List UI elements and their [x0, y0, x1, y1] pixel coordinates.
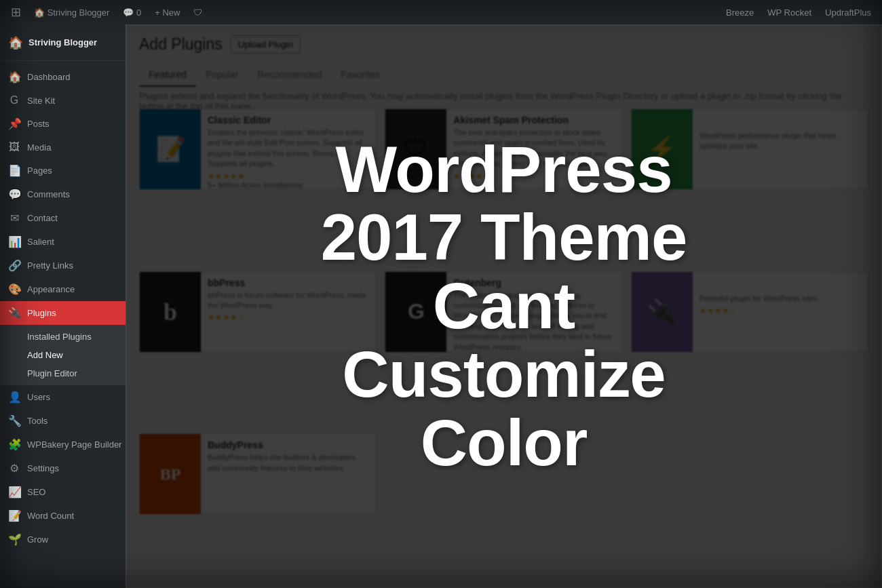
sidebar-site-title[interactable]: 🏠 Striving Blogger — [0, 24, 126, 61]
sidebar-item-grow[interactable]: 🌱 Grow — [0, 528, 126, 551]
appearance-icon: 🎨 — [8, 283, 20, 296]
sidebar-item-users[interactable]: 👤 Users — [0, 385, 126, 409]
contact-icon: ✉ — [8, 212, 20, 224]
adminbar-comments[interactable]: 💬 0 — [117, 0, 147, 24]
sidebar-item-tools[interactable]: 🔧 Tools — [0, 409, 126, 433]
grow-icon: 🌱 — [8, 533, 20, 546]
submenu-installed-plugins[interactable]: Installed Plugins — [0, 328, 126, 346]
plugins-icon: 🔌 — [8, 307, 20, 319]
media-icon: 🖼 — [8, 141, 20, 153]
sidebar-item-contact[interactable]: ✉ Contact — [0, 206, 126, 230]
salient-icon: 📊 — [8, 235, 20, 248]
adminbar-new[interactable]: + New — [149, 0, 185, 24]
sidebar-item-seo[interactable]: 📈 SEO — [0, 480, 126, 504]
wp-logo-icon[interactable]: ⊞ — [5, 0, 26, 24]
seo-icon: 📈 — [8, 486, 20, 498]
sidebar-menu: 🏠 Dashboard G Site Kit 📌 Posts 🖼 Media — [0, 61, 126, 555]
wpbakery-icon: 🧩 — [8, 438, 20, 451]
sidebar-item-media[interactable]: 🖼 Media — [0, 136, 126, 159]
sidebar-item-wordcount[interactable]: 📝 Word Count — [0, 504, 126, 528]
site-home-icon: 🏠 — [8, 35, 23, 50]
prettylinks-icon: 🔗 — [8, 259, 20, 272]
pages-icon: 📄 — [8, 164, 20, 177]
admin-bar: ⊞ 🏠 Striving Blogger 💬 0 + New 🛡 Breeze … — [0, 0, 882, 24]
comments-icon: 💬 — [8, 188, 20, 201]
tools-icon: 🔧 — [8, 414, 20, 427]
adminbar-breeze[interactable]: Breeze — [721, 0, 759, 24]
comment-icon: 💬 — [123, 7, 134, 18]
settings-icon: ⚙ — [8, 462, 20, 475]
sidebar-item-wpbakery[interactable]: 🧩 WPBakery Page Builder — [0, 433, 126, 456]
plugins-submenu: Installed Plugins Add New Plugin Editor — [0, 325, 126, 385]
adminbar-site-link[interactable]: 🏠 Striving Blogger — [28, 0, 115, 24]
overlay-text: WordPress 2017 Theme Cant Customize Colo… — [294, 136, 714, 477]
sidebar-item-prettylinks[interactable]: 🔗 Pretty Links — [0, 254, 126, 277]
sidebar-item-salient[interactable]: 📊 Salient — [0, 230, 126, 254]
sidebar-item-appearance[interactable]: 🎨 Appearance — [0, 277, 126, 301]
submenu-plugin-editor[interactable]: Plugin Editor — [0, 364, 126, 383]
sidebar-item-posts[interactable]: 📌 Posts — [0, 112, 126, 136]
submenu-add-new[interactable]: Add New — [0, 346, 126, 364]
sidebar-item-plugins[interactable]: 🔌 Plugins Installed Plugins Add New Plug… — [0, 301, 126, 385]
sitekit-icon: G — [8, 94, 20, 106]
home-icon: 🏠 — [34, 7, 45, 18]
article-overlay: WordPress 2017 Theme Cant Customize Colo… — [126, 24, 882, 588]
sidebar-item-pages[interactable]: 📄 Pages — [0, 159, 126, 182]
sidebar-item-settings[interactable]: ⚙ Settings — [0, 456, 126, 480]
posts-icon: 📌 — [8, 117, 20, 130]
adminbar-updraftplus[interactable]: UpdraftPlus — [820, 0, 877, 24]
shield-icon: 🛡 — [193, 7, 202, 18]
sidebar-item-sitekit[interactable]: G Site Kit — [0, 89, 126, 112]
users-icon: 👤 — [8, 391, 20, 404]
adminbar-wprocket[interactable]: WP Rocket — [762, 0, 817, 24]
dashboard-icon: 🏠 — [8, 71, 20, 83]
sidebar: 🏠 Striving Blogger 🏠 Dashboard G Site Ki… — [0, 24, 126, 588]
sidebar-item-comments[interactable]: 💬 Comments — [0, 182, 126, 206]
sidebar-item-dashboard[interactable]: 🏠 Dashboard — [0, 65, 126, 89]
wordcount-icon: 📝 — [8, 509, 20, 522]
adminbar-shield[interactable]: 🛡 — [188, 0, 208, 24]
